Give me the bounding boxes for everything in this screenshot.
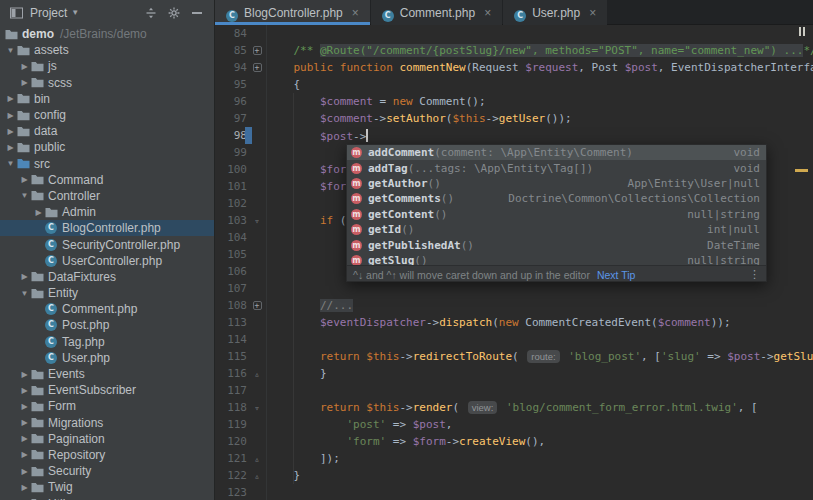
tree-item-eventsubscriber[interactable]: ▶EventSubscriber — [0, 382, 214, 398]
chevron-collapsed-icon[interactable]: ▶ — [19, 418, 30, 427]
chevron-collapsed-icon[interactable]: ▶ — [19, 386, 30, 395]
completion-item-getpublishedat[interactable]: mgetPublishedAt()DateTime — [347, 237, 766, 252]
more-options-icon[interactable]: ⋮ — [749, 268, 760, 281]
code-line-123[interactable]: 123 — [215, 484, 813, 500]
tree-item-tag-php[interactable]: CTag.php — [0, 334, 214, 350]
chevron-down-icon[interactable]: ▼ — [71, 8, 79, 17]
next-tip-link[interactable]: Next Tip — [597, 269, 636, 281]
tree-item-assets[interactable]: ▼assets — [0, 42, 214, 58]
completion-item-getcontent[interactable]: mgetContent()null|string — [347, 207, 766, 222]
chevron-collapsed-icon[interactable]: ▶ — [19, 483, 30, 492]
completion-item-getid[interactable]: mgetId()int|null — [347, 222, 766, 237]
tree-item-src[interactable]: ▼src — [0, 156, 214, 172]
chevron-expanded-icon[interactable]: ▼ — [19, 191, 30, 200]
tab-user-php[interactable]: CUser.php× — [503, 0, 607, 25]
tab-close-icon[interactable]: × — [484, 7, 491, 19]
tree-item-js[interactable]: ▶js — [0, 58, 214, 74]
code-line-84[interactable]: 84 — [215, 25, 813, 42]
tree-item-config[interactable]: ▶config — [0, 107, 214, 123]
code-line-97[interactable]: 97$comment->setAuthor($this->getUser()); — [215, 110, 813, 127]
fold-expand-down-icon[interactable]: ▿ — [254, 216, 259, 226]
tree-item-blogcontroller-php[interactable]: CBlogController.php — [0, 220, 214, 236]
tab-close-icon[interactable]: × — [352, 7, 359, 19]
project-pane-icon[interactable] — [7, 5, 25, 21]
tree-item-form[interactable]: ▶Form — [0, 398, 214, 414]
fold-collapsed-icon[interactable]: + — [253, 46, 262, 55]
fold-collapsed-icon[interactable]: + — [253, 63, 262, 72]
completion-item-addtag[interactable]: maddTag(...tags: \App\Entity\Tag[])void — [347, 160, 766, 175]
tree-item-usercontroller-php[interactable]: CUserController.php — [0, 253, 214, 269]
fold-expand-up-icon[interactable]: ▵ — [254, 369, 259, 379]
settings-gear-icon[interactable] — [165, 5, 183, 21]
code-editor[interactable]: 8485+/** @Route("/comment/{postSlug}/new… — [215, 25, 813, 500]
tree-item-utils[interactable]: ▶Utils — [0, 495, 214, 500]
chevron-collapsed-icon[interactable]: ▶ — [5, 127, 16, 136]
chevron-expanded-icon[interactable]: ▼ — [5, 46, 16, 55]
tree-item-controller[interactable]: ▼Controller — [0, 188, 214, 204]
chevron-collapsed-icon[interactable]: ▶ — [5, 94, 16, 103]
code-line-120[interactable]: 120'form' => $form->createView(), — [215, 433, 813, 450]
chevron-collapsed-icon[interactable]: ▶ — [19, 78, 30, 87]
project-panel-title[interactable]: Project — [30, 6, 67, 20]
tree-item-entity[interactable]: ▼Entity — [0, 285, 214, 301]
tree-item-command[interactable]: ▶Command — [0, 172, 214, 188]
code-line-121[interactable]: 121▵]); — [215, 450, 813, 467]
chevron-collapsed-icon[interactable]: ▶ — [5, 111, 16, 120]
code-line-95[interactable]: 95{ — [215, 76, 813, 93]
tab-blogcontroller-php[interactable]: CBlogController.php× — [215, 0, 370, 25]
code-line-119[interactable]: 119'post' => $post, — [215, 416, 813, 433]
completion-item-getauthor[interactable]: mgetAuthor()App\Entity\User|null — [347, 176, 766, 191]
tree-item-security[interactable]: ▶Security — [0, 463, 214, 479]
code-line-122[interactable]: 122▵} — [215, 467, 813, 484]
tree-item-scss[interactable]: ▶scss — [0, 75, 214, 91]
hide-panel-icon[interactable] — [188, 5, 206, 21]
chevron-collapsed-icon[interactable]: ▶ — [5, 143, 16, 152]
code-line-107[interactable]: 107 — [215, 280, 813, 297]
tree-item-twig[interactable]: ▶Twig — [0, 479, 214, 495]
code-line-118[interactable]: 118▿return $this->render( view: 'blog/co… — [215, 399, 813, 416]
chevron-collapsed-icon[interactable]: ▶ — [19, 272, 30, 281]
chevron-collapsed-icon[interactable]: ▶ — [19, 175, 30, 184]
fold-expand-up-icon[interactable]: ▵ — [254, 454, 259, 464]
code-line-108[interactable]: 108+//... — [215, 297, 813, 314]
tree-item-events[interactable]: ▶Events — [0, 366, 214, 382]
chevron-collapsed-icon[interactable]: ▶ — [19, 402, 30, 411]
tab-close-icon[interactable]: × — [589, 7, 596, 19]
code-line-98[interactable]: 98$post-> — [215, 127, 813, 144]
tree-item-repository[interactable]: ▶Repository — [0, 447, 214, 463]
tree-item-securitycontroller-php[interactable]: CSecurityController.php — [0, 236, 214, 252]
code-line-114[interactable]: 114 — [215, 331, 813, 348]
tree-item-bin[interactable]: ▶bin — [0, 91, 214, 107]
code-line-94[interactable]: 94+public function commentNew(Request $r… — [215, 59, 813, 76]
tree-item-datafixtures[interactable]: ▶DataFixtures — [0, 269, 214, 285]
chevron-collapsed-icon[interactable]: ▶ — [19, 434, 30, 443]
chevron-collapsed-icon[interactable]: ▶ — [19, 450, 30, 459]
chevron-collapsed-icon[interactable]: ▶ — [19, 370, 30, 379]
tree-item-post-php[interactable]: CPost.php — [0, 317, 214, 333]
tree-item-public[interactable]: ▶public — [0, 139, 214, 155]
completion-item-getcomments[interactable]: mgetComments()Doctrine\Common\Collection… — [347, 191, 766, 206]
collapse-panels-icon[interactable] — [142, 5, 160, 21]
chevron-collapsed-icon[interactable]: ▶ — [19, 467, 30, 476]
tab-comment-php[interactable]: CComment.php× — [371, 0, 502, 25]
code-line-115[interactable]: 115return $this->redirectToRoute( route:… — [215, 348, 813, 365]
chevron-collapsed-icon[interactable]: ▶ — [19, 62, 30, 71]
code-line-85[interactable]: 85+/** @Route("/comment/{postSlug}/new",… — [215, 42, 813, 59]
code-line-116[interactable]: 116▵} — [215, 365, 813, 382]
tree-item-user-php[interactable]: CUser.php — [0, 350, 214, 366]
chevron-expanded-icon[interactable]: ▼ — [5, 159, 16, 168]
fold-collapsed-icon[interactable]: + — [253, 301, 262, 310]
code-line-96[interactable]: 96$comment = new Comment(); — [215, 93, 813, 110]
chevron-collapsed-icon[interactable]: ▶ — [33, 208, 44, 217]
inspection-marks-icon[interactable] — [799, 27, 805, 36]
code-line-113[interactable]: 113$eventDispatcher->dispatch(new Commen… — [215, 314, 813, 331]
tree-item-admin[interactable]: ▶Admin — [0, 204, 214, 220]
warning-stripe-mark[interactable] — [795, 169, 808, 172]
chevron-expanded-icon[interactable]: ▼ — [19, 289, 30, 298]
code-line-117[interactable]: 117 — [215, 382, 813, 399]
tree-item-data[interactable]: ▶data — [0, 123, 214, 139]
tree-item-comment-php[interactable]: CComment.php — [0, 301, 214, 317]
completion-item-addcomment[interactable]: maddComment(comment: \App\Entity\Comment… — [347, 145, 766, 160]
tree-item-pagination[interactable]: ▶Pagination — [0, 431, 214, 447]
completion-item-getslug[interactable]: mgetSlug()null|string — [347, 253, 766, 265]
